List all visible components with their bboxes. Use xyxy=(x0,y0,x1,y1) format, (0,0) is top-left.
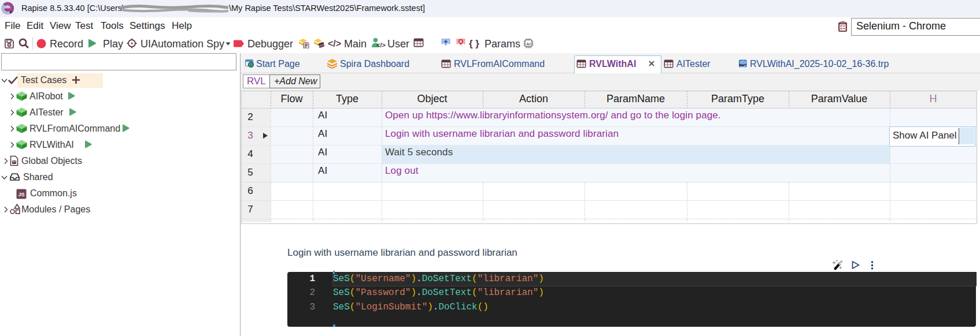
svg-text:JS: JS xyxy=(18,192,24,197)
svg-text:AI: AI xyxy=(526,42,531,47)
svg-text:</>: </> xyxy=(376,42,386,48)
